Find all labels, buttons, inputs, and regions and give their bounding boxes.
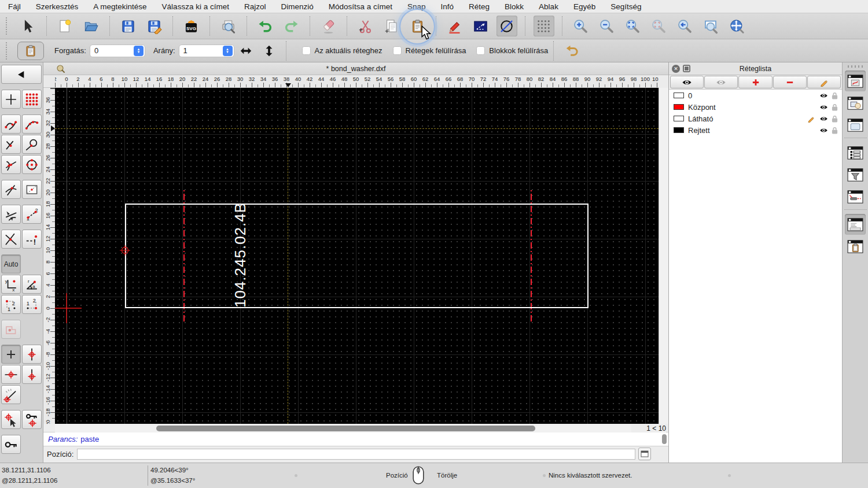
drawing-window-titlebar[interactable]: * bond_washer.dxf <box>43 62 668 75</box>
flip-vertical-button[interactable] <box>261 43 277 59</box>
command-history[interactable]: Parancs: paste <box>43 432 668 446</box>
flip-horizontal-button[interactable] <box>238 43 254 59</box>
menu-item-a-megtekintese[interactable]: A megtekintése <box>93 2 146 11</box>
part-number-text[interactable]: 104.245.02.4B <box>231 202 249 308</box>
menu-item-valassza-ki-a-cimet[interactable]: Válassza ki a címet <box>162 2 229 11</box>
layer-lock-icon[interactable] <box>830 127 839 134</box>
entity-list-panel-toggle-button[interactable] <box>845 142 866 163</box>
zoom-out-button[interactable] <box>597 16 617 36</box>
new-document-button[interactable] <box>55 16 76 36</box>
menu-item-egyeb[interactable]: Egyéb <box>573 2 595 11</box>
menu-item-ablak[interactable]: Ablak <box>539 2 558 11</box>
menu-item-segitseg[interactable]: Segítség <box>610 2 641 11</box>
snap-perpendicular-button[interactable] <box>1 135 21 154</box>
grid-toggle-button[interactable] <box>534 16 554 36</box>
snap-intersection-manual-button[interactable]: ! <box>22 230 42 249</box>
layer-row[interactable]: Látható <box>669 113 842 124</box>
toolbar-drag-handle[interactable] <box>6 42 10 60</box>
red-pen-button[interactable] <box>444 16 465 36</box>
block-list-panel-toggle-button[interactable] <box>845 93 866 113</box>
horizontal-scrollbar[interactable] <box>55 424 659 432</box>
snap-middle-button[interactable] <box>1 155 21 174</box>
menu-item-blokk[interactable]: Blokk <box>505 2 524 11</box>
snap-intersection-button[interactable] <box>1 230 21 249</box>
select-entity-button[interactable] <box>1 320 21 339</box>
layer-lock-icon[interactable] <box>830 92 839 99</box>
paste-button[interactable] <box>407 16 428 36</box>
zoom-previous-button[interactable] <box>675 16 696 36</box>
menu-item-dimenzio[interactable]: Dimenzió <box>281 2 313 11</box>
coord-cartesian-button[interactable]: yx <box>1 275 21 294</box>
snap-nearest-button[interactable] <box>1 180 21 199</box>
layer-lock-icon[interactable] <box>830 115 839 123</box>
snap-center-button[interactable] <box>22 155 42 174</box>
set-relative-zero-button[interactable] <box>1 410 21 429</box>
snap-tangent-button[interactable] <box>22 135 42 154</box>
snap-grid-button[interactable] <box>22 90 42 109</box>
rel-point-a-button[interactable]: 12 <box>1 295 21 314</box>
back-button[interactable] <box>1 65 42 84</box>
scale-stepper[interactable]: ▲▼ <box>223 46 233 56</box>
rotation-stepper[interactable]: ▲▼ <box>134 46 144 56</box>
zoom-pan-button[interactable] <box>727 16 748 36</box>
pen-palette-panel-toggle-button[interactable] <box>845 186 866 207</box>
library-browser-panel-toggle-button[interactable] <box>845 114 866 135</box>
layer-row[interactable]: 0 <box>669 90 842 101</box>
command-scrollbar-thumb[interactable] <box>662 434 667 444</box>
snap-distance-button[interactable]: 12 <box>22 205 42 224</box>
show-all-layers-button[interactable] <box>670 76 704 88</box>
dimension-button[interactable] <box>470 16 491 36</box>
command-widget-panel-toggle-button[interactable] <box>845 214 866 235</box>
rel-point-b-button[interactable]: 12 <box>22 295 42 314</box>
layer-visibility-eye-icon[interactable] <box>817 127 830 134</box>
undo-paste-button[interactable] <box>562 40 583 61</box>
horizontal-scrollbar-thumb[interactable] <box>156 426 535 431</box>
circle-tool-button[interactable] <box>496 16 517 36</box>
washer-outline-rect[interactable] <box>125 204 589 308</box>
hide-all-layers-button[interactable] <box>704 76 738 88</box>
layer-list-panel-toggle-button[interactable] <box>845 71 866 91</box>
checkbox-az-aktualis-reteghez[interactable]: Az aktuális réteghez <box>302 46 382 55</box>
snap-distance-manual-button[interactable] <box>1 205 21 224</box>
active-paste-tool-button[interactable] <box>17 42 44 60</box>
clipboard-panel-toggle-button[interactable] <box>845 236 866 257</box>
copy-button[interactable] <box>381 16 402 36</box>
cut-button[interactable] <box>355 16 376 36</box>
checkbox-retegek-felulirasa[interactable]: Rétegek felülírása <box>393 46 466 55</box>
snap-auto-button[interactable]: Auto <box>1 254 21 273</box>
checkbox-box[interactable] <box>393 46 402 55</box>
save-as-button[interactable] <box>144 16 165 36</box>
coord-polar-button[interactable]: ra <box>22 275 42 294</box>
restrict-orthogonal-button[interactable] <box>22 365 42 384</box>
angle-protractor-button[interactable] <box>1 385 21 404</box>
detach-command-button[interactable] <box>638 448 651 460</box>
add-layer-button[interactable] <box>738 76 772 88</box>
command-input[interactable] <box>77 449 635 460</box>
remove-layer-button[interactable] <box>773 76 807 88</box>
snap-free-button[interactable] <box>1 90 21 109</box>
zoom-auto-button[interactable] <box>623 16 643 36</box>
menu-item-info[interactable]: Infó <box>441 2 454 11</box>
menu-item-modositsa-a-cimet[interactable]: Módosítsa a címet <box>329 2 392 11</box>
key-lock-button[interactable] <box>1 435 21 454</box>
layer-lock-icon[interactable] <box>830 103 839 111</box>
snap-endpoint-button[interactable] <box>1 114 21 134</box>
layer-row[interactable]: Központ <box>669 101 842 113</box>
open-folder-button[interactable] <box>81 16 102 36</box>
menu-item-reteg[interactable]: Réteg <box>469 2 490 11</box>
drawing-canvas[interactable]: 104.245.02.4B <box>55 88 659 424</box>
menu-item-szerkesztes[interactable]: Szerkesztés <box>36 2 79 11</box>
edit-layer-button[interactable] <box>807 76 841 88</box>
restrict-vertical-button[interactable] <box>22 345 42 364</box>
menu-item-snap[interactable]: Snap <box>407 2 426 11</box>
checkbox-box[interactable] <box>302 46 311 55</box>
selection-filter-panel-toggle-button[interactable] <box>845 164 866 185</box>
close-panel-icon[interactable]: ✕ <box>672 65 680 73</box>
menu-item-rajzol[interactable]: Rajzol <box>244 2 266 11</box>
zoom-in-button[interactable] <box>571 16 591 36</box>
select-cursor-button[interactable] <box>18 16 39 36</box>
restrict-rectangle-button[interactable] <box>22 180 42 199</box>
restrict-nothing-button[interactable] <box>1 345 21 364</box>
layer-visibility-eye-icon[interactable] <box>817 92 830 99</box>
scale-input[interactable]: 1 ▲▼ <box>179 45 234 57</box>
